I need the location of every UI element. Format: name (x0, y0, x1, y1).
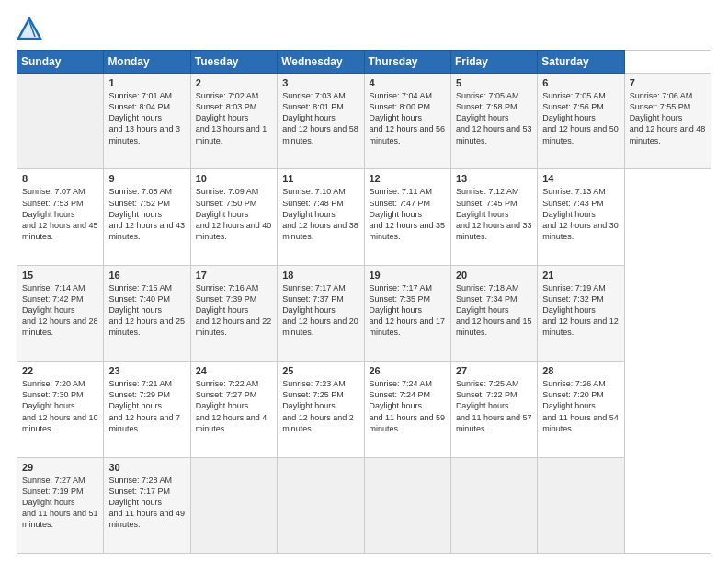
day-number: 20 (456, 270, 532, 281)
calendar-header-saturday: Saturday (538, 51, 624, 74)
cell-content: Sunrise: 7:11 AM Sunset: 7:47 PM Dayligh… (370, 186, 446, 242)
day-number: 23 (108, 365, 185, 376)
calendar-cell: 28 Sunrise: 7:26 AM Sunset: 7:20 PM Dayl… (538, 362, 624, 457)
cell-content: Sunrise: 7:23 AM Sunset: 7:25 PM Dayligh… (282, 378, 358, 434)
calendar-cell: 5 Sunrise: 7:05 AM Sunset: 7:58 PM Dayli… (450, 74, 537, 169)
calendar-week-1: 1 Sunrise: 7:01 AM Sunset: 8:04 PM Dayli… (17, 74, 711, 169)
cell-content: Sunrise: 7:17 AM Sunset: 7:35 PM Dayligh… (370, 282, 446, 339)
cell-content: Sunrise: 7:12 AM Sunset: 7:45 PM Dayligh… (456, 186, 532, 242)
calendar-cell: 10 Sunrise: 7:09 AM Sunset: 7:50 PM Dayl… (190, 169, 277, 265)
calendar-cell: 16 Sunrise: 7:15 AM Sunset: 7:40 PM Dayl… (104, 265, 190, 361)
calendar-cell: 25 Sunrise: 7:23 AM Sunset: 7:25 PM Dayl… (278, 362, 364, 457)
day-number: 5 (456, 77, 532, 88)
cell-content: Sunrise: 7:07 AM Sunset: 7:53 PM Dayligh… (22, 186, 98, 242)
day-number: 29 (22, 462, 98, 473)
day-number: 19 (370, 270, 446, 281)
cell-content: Sunrise: 7:02 AM Sunset: 8:03 PM Dayligh… (196, 90, 272, 146)
cell-content: Sunrise: 7:18 AM Sunset: 7:34 PM Dayligh… (456, 282, 532, 339)
day-number: 11 (282, 173, 358, 184)
cell-content: Sunrise: 7:22 AM Sunset: 7:27 PM Dayligh… (196, 378, 272, 434)
calendar-cell (450, 457, 537, 553)
day-number: 21 (542, 270, 619, 281)
calendar-cell: 2 Sunrise: 7:02 AM Sunset: 8:03 PM Dayli… (190, 74, 277, 169)
cell-content: Sunrise: 7:06 AM Sunset: 7:55 PM Dayligh… (630, 90, 706, 146)
cell-content: Sunrise: 7:19 AM Sunset: 7:32 PM Dayligh… (542, 282, 619, 339)
cell-content: Sunrise: 7:05 AM Sunset: 7:56 PM Dayligh… (542, 90, 619, 146)
day-number: 25 (282, 365, 358, 376)
day-number: 12 (370, 173, 446, 184)
cell-content: Sunrise: 7:17 AM Sunset: 7:37 PM Dayligh… (282, 282, 358, 339)
calendar-cell: 15 Sunrise: 7:14 AM Sunset: 7:42 PM Dayl… (17, 265, 104, 361)
calendar-week-3: 15 Sunrise: 7:14 AM Sunset: 7:42 PM Dayl… (17, 265, 711, 361)
calendar-header-row: SundayMondayTuesdayWednesdayThursdayFrid… (17, 51, 711, 74)
calendar-header-monday: Monday (104, 51, 190, 74)
cell-content: Sunrise: 7:09 AM Sunset: 7:50 PM Dayligh… (196, 186, 272, 242)
cell-content: Sunrise: 7:25 AM Sunset: 7:22 PM Dayligh… (456, 378, 532, 434)
calendar-cell: 27 Sunrise: 7:25 AM Sunset: 7:22 PM Dayl… (450, 362, 537, 457)
day-number: 10 (196, 173, 272, 184)
cell-content: Sunrise: 7:14 AM Sunset: 7:42 PM Dayligh… (22, 282, 98, 339)
calendar-cell: 20 Sunrise: 7:18 AM Sunset: 7:34 PM Dayl… (450, 265, 537, 361)
cell-content: Sunrise: 7:13 AM Sunset: 7:43 PM Dayligh… (542, 186, 619, 242)
calendar-cell: 7 Sunrise: 7:06 AM Sunset: 7:55 PM Dayli… (624, 74, 711, 169)
calendar-cell: 23 Sunrise: 7:21 AM Sunset: 7:29 PM Dayl… (104, 362, 190, 457)
day-number: 3 (282, 77, 358, 88)
logo-icon (17, 17, 42, 42)
day-number: 2 (196, 77, 272, 88)
calendar-cell (364, 457, 450, 553)
calendar-cell: 18 Sunrise: 7:17 AM Sunset: 7:37 PM Dayl… (278, 265, 364, 361)
day-number: 15 (22, 270, 98, 281)
calendar-cell: 9 Sunrise: 7:08 AM Sunset: 7:52 PM Dayli… (104, 169, 190, 265)
calendar-cell: 12 Sunrise: 7:11 AM Sunset: 7:47 PM Dayl… (364, 169, 450, 265)
calendar-cell: 3 Sunrise: 7:03 AM Sunset: 8:01 PM Dayli… (278, 74, 364, 169)
cell-content: Sunrise: 7:26 AM Sunset: 7:20 PM Dayligh… (542, 378, 619, 434)
calendar-cell (278, 457, 364, 553)
calendar-cell (190, 457, 277, 553)
cell-content: Sunrise: 7:20 AM Sunset: 7:30 PM Dayligh… (22, 378, 98, 434)
cell-content: Sunrise: 7:28 AM Sunset: 7:17 PM Dayligh… (108, 475, 185, 531)
cell-content: Sunrise: 7:05 AM Sunset: 7:58 PM Dayligh… (456, 90, 532, 146)
day-number: 9 (108, 173, 185, 184)
cell-content: Sunrise: 7:21 AM Sunset: 7:29 PM Dayligh… (108, 378, 185, 434)
cell-content: Sunrise: 7:03 AM Sunset: 8:01 PM Dayligh… (282, 90, 358, 146)
calendar-cell: 29 Sunrise: 7:27 AM Sunset: 7:19 PM Dayl… (17, 457, 104, 553)
calendar-cell: 6 Sunrise: 7:05 AM Sunset: 7:56 PM Dayli… (538, 74, 624, 169)
day-number: 16 (108, 270, 185, 281)
calendar-cell: 1 Sunrise: 7:01 AM Sunset: 8:04 PM Dayli… (104, 74, 190, 169)
calendar-cell (17, 74, 104, 169)
cell-content: Sunrise: 7:10 AM Sunset: 7:48 PM Dayligh… (282, 186, 358, 242)
day-number: 13 (456, 173, 532, 184)
day-number: 18 (282, 270, 358, 281)
day-number: 6 (542, 77, 619, 88)
calendar-week-5: 29 Sunrise: 7:27 AM Sunset: 7:19 PM Dayl… (17, 457, 711, 553)
day-number: 1 (108, 77, 185, 88)
calendar-cell: 14 Sunrise: 7:13 AM Sunset: 7:43 PM Dayl… (538, 169, 624, 265)
calendar-cell (538, 457, 624, 553)
page: SundayMondayTuesdayWednesdayThursdayFrid… (0, 0, 728, 563)
cell-content: Sunrise: 7:08 AM Sunset: 7:52 PM Dayligh… (108, 186, 185, 242)
calendar-header-sunday: Sunday (17, 51, 104, 74)
cell-content: Sunrise: 7:24 AM Sunset: 7:24 PM Dayligh… (370, 378, 446, 434)
calendar-cell: 22 Sunrise: 7:20 AM Sunset: 7:30 PM Dayl… (17, 362, 104, 457)
calendar-cell: 13 Sunrise: 7:12 AM Sunset: 7:45 PM Dayl… (450, 169, 537, 265)
day-number: 27 (456, 365, 532, 376)
calendar-header-friday: Friday (450, 51, 537, 74)
day-number: 30 (108, 462, 185, 473)
day-number: 4 (370, 77, 446, 88)
cell-content: Sunrise: 7:04 AM Sunset: 8:00 PM Dayligh… (370, 90, 446, 146)
day-number: 28 (542, 365, 619, 376)
calendar-cell: 19 Sunrise: 7:17 AM Sunset: 7:35 PM Dayl… (364, 265, 450, 361)
cell-content: Sunrise: 7:16 AM Sunset: 7:39 PM Dayligh… (196, 282, 272, 339)
day-number: 17 (196, 270, 272, 281)
calendar-cell: 11 Sunrise: 7:10 AM Sunset: 7:48 PM Dayl… (278, 169, 364, 265)
cell-content: Sunrise: 7:15 AM Sunset: 7:40 PM Dayligh… (108, 282, 185, 339)
calendar-cell: 26 Sunrise: 7:24 AM Sunset: 7:24 PM Dayl… (364, 362, 450, 457)
calendar-cell: 17 Sunrise: 7:16 AM Sunset: 7:39 PM Dayl… (190, 265, 277, 361)
cell-content: Sunrise: 7:27 AM Sunset: 7:19 PM Dayligh… (22, 475, 98, 531)
day-number: 24 (196, 365, 272, 376)
calendar-cell: 21 Sunrise: 7:19 AM Sunset: 7:32 PM Dayl… (538, 265, 624, 361)
calendar-header-thursday: Thursday (364, 51, 450, 74)
calendar-table: SundayMondayTuesdayWednesdayThursdayFrid… (17, 50, 711, 554)
calendar-cell: 24 Sunrise: 7:22 AM Sunset: 7:27 PM Dayl… (190, 362, 277, 457)
calendar-cell: 30 Sunrise: 7:28 AM Sunset: 7:17 PM Dayl… (104, 457, 190, 553)
